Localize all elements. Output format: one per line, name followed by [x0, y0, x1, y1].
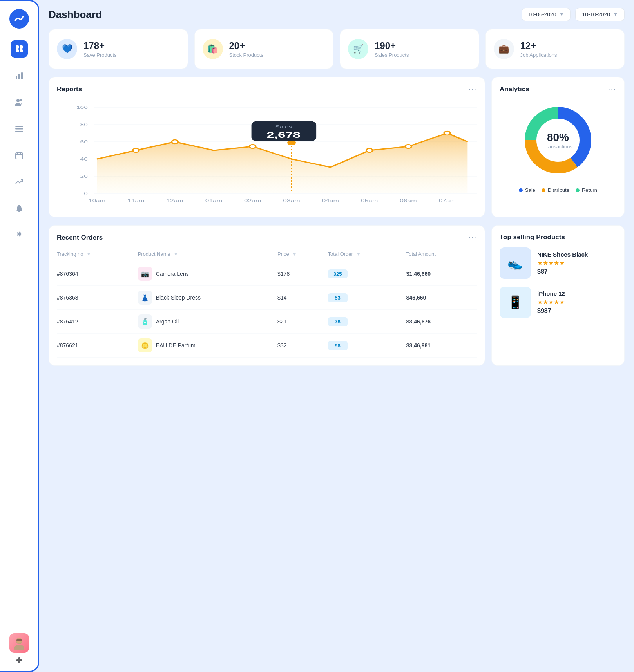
order-total-amount: $46,660 — [406, 286, 477, 310]
svg-text:01am: 01am — [205, 198, 222, 203]
legend-label-return: Return — [582, 187, 597, 193]
order-price: $32 — [277, 334, 328, 358]
product-rating: ★★★★★ — [537, 298, 565, 306]
svg-text:80: 80 — [80, 122, 88, 127]
sidebar-item-users[interactable] — [11, 94, 28, 111]
chart-svg: 100 80 60 40 20 0 — [57, 99, 477, 209]
product-name: Argan Oil — [156, 318, 179, 325]
stock-products-label: Stock Products — [229, 52, 263, 58]
order-id: #876621 — [57, 334, 138, 358]
product-name: iPhone 12 — [537, 290, 565, 297]
col-tracking: Tracking no ▼ — [57, 248, 138, 262]
svg-rect-11 — [15, 131, 23, 132]
table-row: #876364 📷 Camera Lens $178 325 $1,46,660 — [57, 262, 477, 286]
avatar[interactable] — [9, 633, 29, 653]
sidebar-item-grid[interactable] — [11, 40, 28, 58]
stats-row: 💙 178+ Save Products 🛍️ 20+ Stock Produc… — [49, 29, 625, 69]
order-quantity: 325 — [328, 262, 406, 286]
sidebar-item-settings[interactable] — [11, 227, 28, 244]
svg-rect-12 — [16, 153, 23, 159]
svg-point-8 — [20, 99, 22, 101]
product-name: Camera Lens — [156, 271, 189, 277]
sidebar-item-list[interactable] — [11, 120, 28, 137]
table-row: #876621 🪙 EAU DE Parfum $32 98 $3,46,981 — [57, 334, 477, 358]
svg-text:100: 100 — [76, 105, 88, 110]
svg-rect-17 — [16, 639, 22, 641]
date-start-value: 10-06-2020 — [528, 11, 556, 18]
svg-rect-10 — [15, 128, 23, 130]
sales-products-icon: 🛒 — [348, 39, 368, 59]
svg-text:02am: 02am — [244, 198, 261, 203]
top-selling-card: Top selling Products 👟 NIKE Shoes Black … — [491, 225, 625, 366]
sidebar-item-trending[interactable] — [11, 173, 28, 191]
reports-chart: 100 80 60 40 20 0 — [57, 99, 477, 209]
analytics-menu-button[interactable]: ··· — [608, 85, 616, 93]
stat-card-job-applications: 💼 12+ Job Applications — [485, 29, 625, 69]
recent-orders-title: Recent Orders — [57, 234, 103, 242]
sidebar: ➕ — [0, 0, 39, 672]
svg-point-30 — [133, 148, 139, 152]
charts-row: Reports ··· 100 80 60 40 — [49, 77, 625, 217]
analytics-card: Analytics ··· 80% Transactions — [491, 77, 625, 217]
table-row: #876412 🧴 Argan Oil $21 78 $3,46,676 — [57, 310, 477, 334]
orders-menu-button[interactable]: ··· — [469, 233, 477, 242]
svg-text:04am: 04am — [322, 198, 339, 203]
analytics-title: Analytics — [500, 85, 529, 93]
sidebar-item-bell[interactable] — [11, 200, 28, 217]
reports-menu-button[interactable]: ··· — [469, 85, 477, 93]
legend-label-sale: Sale — [525, 187, 535, 193]
sales-products-label: Sales Products — [375, 52, 409, 58]
sidebar-item-calendar[interactable] — [11, 147, 28, 164]
svg-point-15 — [14, 645, 24, 650]
recent-orders-card: Recent Orders ··· Tracking no ▼ Product … — [49, 225, 485, 366]
svg-text:Sales: Sales — [275, 125, 292, 129]
col-total-amount: Total Amount — [406, 248, 477, 262]
stat-card-sales-products: 🛒 190+ Sales Products — [340, 29, 479, 69]
svg-rect-5 — [18, 74, 20, 79]
col-product: Product Name ▼ — [138, 248, 277, 262]
job-applications-icon: 💼 — [494, 39, 514, 59]
list-item: 📱 iPhone 12 ★★★★★ $987 — [500, 287, 616, 318]
svg-point-36 — [444, 131, 450, 135]
legend-dot-distribute — [542, 188, 545, 192]
legend-item-sale: Sale — [519, 187, 535, 193]
list-item: 👟 NIKE Shoes Black ★★★★★ $87 — [500, 247, 616, 279]
sort-icon: ▼ — [86, 251, 91, 257]
date-filters: 10-06-2020 ▼ 10-10-2020 ▼ — [522, 8, 625, 21]
analytics-legend: Sale Distribute Return — [500, 187, 616, 193]
svg-text:06am: 06am — [400, 198, 417, 203]
sort-icon: ▼ — [292, 251, 297, 257]
stock-products-number: 20+ — [229, 40, 263, 51]
svg-text:03am: 03am — [283, 198, 300, 203]
add-user-button[interactable]: ➕ — [16, 657, 22, 663]
sidebar-item-chart[interactable] — [11, 67, 28, 84]
svg-point-31 — [172, 140, 178, 144]
legend-item-return: Return — [576, 187, 597, 193]
stat-card-save-products: 💙 178+ Save Products — [49, 29, 188, 69]
legend-item-distribute: Distribute — [542, 187, 569, 193]
save-products-icon: 💙 — [57, 39, 77, 59]
col-price: Price ▼ — [277, 248, 328, 262]
chevron-down-icon: ▼ — [560, 12, 564, 17]
page-title: Dashboard — [49, 9, 102, 21]
date-end-value: 10-10-2020 — [582, 11, 610, 18]
product-cell: 🧴 Argan Oil — [138, 314, 273, 329]
date-start-filter[interactable]: 10-06-2020 ▼ — [522, 8, 571, 21]
order-price: $14 — [277, 286, 328, 310]
legend-dot-return — [576, 188, 580, 192]
stat-card-stock-products: 🛍️ 20+ Stock Products — [194, 29, 334, 69]
svg-text:12am: 12am — [166, 198, 183, 203]
product-price: $87 — [537, 268, 588, 275]
svg-point-34 — [366, 148, 373, 152]
product-price: $987 — [537, 307, 565, 314]
product-thumbnail: 🧴 — [138, 314, 152, 329]
logo[interactable] — [9, 9, 29, 29]
date-end-filter[interactable]: 10-10-2020 ▼ — [575, 8, 625, 21]
product-name: NIKE Shoes Black — [537, 251, 588, 258]
top-selling-title: Top selling Products — [500, 233, 565, 241]
reports-card: Reports ··· 100 80 60 40 — [49, 77, 485, 217]
order-total-amount: $3,46,981 — [406, 334, 477, 358]
product-thumbnail: 📷 — [138, 267, 152, 281]
svg-rect-3 — [20, 49, 23, 52]
order-quantity: 78 — [328, 310, 406, 334]
